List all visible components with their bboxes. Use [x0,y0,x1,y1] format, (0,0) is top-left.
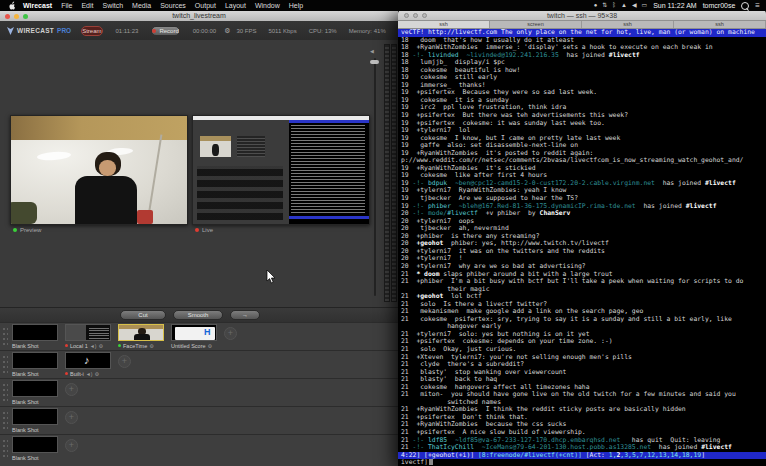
shot-blank-shot[interactable]: Blank Shot [12,324,58,350]
menu-item-wirecast[interactable]: Wirecast [23,2,52,9]
menu-user[interactable]: tomcr00se [703,2,736,9]
shot-status-dot [65,372,68,375]
terminal-content[interactable]: veCTF! http://livectf.com The only place… [398,29,766,466]
shot-bin: Blank ShotLocal 1◄)⚙FaceTime⚙HUntitled S… [0,322,398,466]
shot-label: Blank Shot [12,371,39,377]
menu-item-switch[interactable]: Switch [102,2,123,9]
terminal-titlebar[interactable]: twitch — ssh — 95×38 [398,10,766,21]
spotlight-icon[interactable] [741,2,749,10]
speaker-icon[interactable]: ◄) [90,343,97,349]
menu-item-sources[interactable]: Sources [160,2,186,9]
menu-item-edit[interactable]: Edit [81,2,93,9]
menu-item-media[interactable]: Media [132,2,151,9]
menu-item-window[interactable]: Window [255,2,280,9]
terminal-tab-1[interactable]: screen [490,21,582,28]
volume-icon[interactable]: ◀ [632,0,637,11]
wirecast-toolbar: WIRECAST PRO Stream 01:11:23 Record 00:0… [0,21,398,41]
shot-layer-row-5: Blank Shot+ [0,434,398,462]
live-label: Live [195,227,213,233]
layer-grip-handle[interactable] [2,383,8,403]
shot-label: Blank Shot [12,427,39,433]
shot-thumbnail[interactable]: ♪ [65,352,111,369]
gear-icon[interactable]: ⚙ [208,343,212,349]
gear-icon[interactable]: ⚙ [224,27,230,35]
shot-label: Built-i [70,371,84,377]
shot-blank-shot[interactable]: Blank Shot [12,408,58,434]
wirecast-window-title: twitch_livestream [0,12,398,19]
shot-untitled-score[interactable]: HUntitled Score⚙ [171,324,217,350]
preview-status-dot [13,228,17,232]
layer-grip-handle[interactable] [2,411,8,431]
record-button[interactable]: Record [151,26,179,36]
mouse-cursor [266,270,276,288]
shot-layer-row-3: Blank Shot+ [0,378,398,406]
shot-thumbnail[interactable] [118,324,164,341]
shot-thumbnail[interactable] [12,436,58,453]
shot-thumbnail[interactable] [12,408,58,425]
arrows-icon[interactable]: ⇅ [602,0,607,11]
shot-thumbnail[interactable] [12,380,58,397]
apple-menu-icon[interactable] [8,1,16,10]
menu-item-file[interactable]: File [61,2,72,9]
volume-slider-knob[interactable] [370,60,379,64]
layer-grip-handle[interactable] [2,439,8,459]
add-shot-button[interactable]: + [65,383,78,396]
shot-thumbnail[interactable]: H [171,324,217,341]
shot-blank-shot[interactable]: Blank Shot [12,380,58,406]
wifi-icon[interactable]: ▲ [621,0,627,11]
text-cursor [429,459,433,465]
menu-item-layout[interactable]: Layout [225,2,246,9]
add-shot-button[interactable]: + [65,411,78,424]
wirecast-logo: WIRECAST PRO [7,27,71,35]
menu-clock[interactable]: Sun 11:22 AM [653,2,696,9]
layer-grip-handle[interactable] [2,355,8,375]
shot-facetime[interactable]: FaceTime⚙ [118,324,164,350]
memory-stat: Memory: 41% [349,28,386,34]
shot-built-i[interactable]: ♪Built-i◄)⚙ [65,352,111,378]
shot-layer-row-2: Blank Shot♪Built-i◄)⚙+ [0,350,398,378]
shot-thumbnail[interactable] [65,324,111,341]
shot-thumbnail[interactable] [12,352,58,369]
volume-slider[interactable] [374,58,376,296]
bluetooth-icon[interactable]: ᛒ [612,0,616,11]
gear-icon[interactable]: ⚙ [98,343,102,349]
wirecast-main-area: Preview Live ◀ [0,40,398,307]
terminal-tab-3[interactable]: ssh [674,21,766,28]
circle-icon[interactable]: ● [594,0,598,11]
notification-list-icon[interactable]: ≡ [755,1,760,10]
cut-transition-button[interactable]: Cut [120,310,166,320]
h-logo-icon: H [204,327,211,337]
wirecast-window: twitch_livestream WIRECAST PRO Stream 01… [0,11,398,466]
shot-blank-shot[interactable]: Blank Shot [12,352,58,378]
smooth-transition-button[interactable]: Smooth [173,310,223,320]
add-shot-button[interactable]: + [224,327,237,340]
shot-thumbnail[interactable] [12,324,58,341]
add-shot-button[interactable]: + [118,355,131,368]
stream-timer: 01:11:23 [116,28,139,34]
live-status-dot [195,228,199,232]
irc-input-line[interactable]: ivectf] [398,459,766,466]
shot-blank-shot[interactable]: Blank Shot [12,436,58,462]
terminal-tab-2[interactable]: ssh [582,21,674,28]
layer-grip-handle[interactable] [2,327,8,347]
live-video-panel [192,115,370,225]
irc-chat-log: 18 doom that's how I usually do it atlea… [398,37,766,452]
display-icon[interactable]: ▭ [642,0,648,11]
shot-status-dot [118,344,121,347]
gear-icon[interactable]: ⚙ [149,343,153,349]
go-transition-button[interactable]: → [230,310,260,320]
shot-local-1[interactable]: Local 1◄)⚙ [65,324,111,350]
preview-label: Preview [13,227,41,233]
stream-button[interactable]: Stream [81,26,102,36]
terminal-tab-0[interactable]: ssh [398,21,490,28]
shot-label: Local 1 [70,343,88,349]
add-shot-button[interactable]: + [65,439,78,452]
speaker-icon[interactable]: ◄) [86,371,93,377]
shot-label: FaceTime [123,343,147,349]
shot-label: Untitled Score [171,343,206,349]
menu-item-help[interactable]: Help [289,2,303,9]
gear-icon[interactable]: ⚙ [94,371,98,377]
status-icons: ●⇅ᛒ▲◀▭ [594,0,648,11]
brand-text: WIRECAST [17,27,54,34]
menu-item-output[interactable]: Output [195,2,216,9]
